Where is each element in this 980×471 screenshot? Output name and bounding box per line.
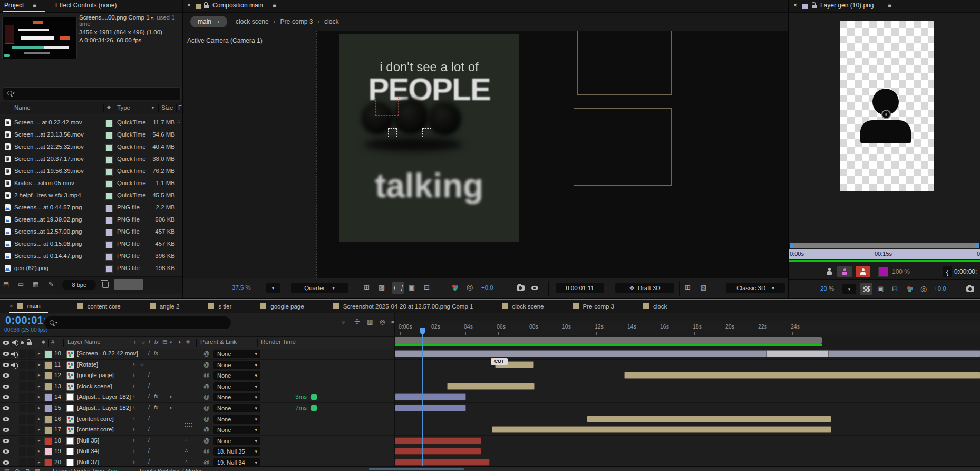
mask-mode-icon[interactable]: ▣: [409, 283, 415, 291]
transparency-grid-button[interactable]: [860, 283, 872, 295]
switch-hier[interactable]: ∴: [185, 437, 188, 443]
layer-viewer[interactable]: [840, 21, 934, 191]
switch-hier[interactable]: ∴: [185, 448, 188, 454]
region-of-interest-icon[interactable]: ⊞: [364, 283, 370, 291]
layer-label-chip[interactable]: [44, 448, 52, 456]
pixel-aspect-icon[interactable]: ▧: [700, 283, 706, 291]
file-row[interactable]: gen (62).pngPNG file198 KB: [0, 263, 182, 275]
marker-cut[interactable]: CUT: [491, 358, 508, 365]
bit-depth-button[interactable]: 8 bpc: [62, 280, 96, 290]
switch-quality[interactable]: /: [148, 416, 150, 421]
channel-rgb-icon[interactable]: [907, 286, 910, 290]
layer-label-chip[interactable]: [44, 405, 52, 412]
switch-hier[interactable]: ∴: [185, 459, 188, 465]
track-row[interactable]: CUT: [395, 360, 980, 371]
chevron-down-icon[interactable]: ▾: [150, 15, 153, 21]
parent-link-dropdown[interactable]: None▾: [213, 361, 260, 369]
track-row[interactable]: [395, 370, 980, 381]
layer-duration-bar[interactable]: [624, 372, 980, 379]
track-row[interactable]: [395, 349, 980, 360]
new-folder-icon[interactable]: ▭: [18, 281, 24, 288]
file-label-chip[interactable]: [105, 229, 113, 236]
file-name[interactable]: Screen ...at 22.25.32.mov: [14, 143, 84, 150]
file-name[interactable]: Screen ... at 0.22.42.mov: [14, 119, 82, 126]
composition-tab-title[interactable]: Composition main: [212, 2, 263, 9]
lock-column-icon[interactable]: [27, 342, 32, 345]
lock-icon[interactable]: [204, 5, 209, 8]
layer-row[interactable]: ▸11[Rotate]♁☼−−@None▾: [0, 360, 394, 371]
solo-column-icon[interactable]: [21, 341, 24, 344]
switch-shy[interactable]: ♁: [132, 416, 136, 421]
layer-visibility-eye-icon[interactable]: [3, 395, 9, 399]
scrollbar-right-handle[interactable]: [975, 243, 979, 248]
parent-link-dropdown[interactable]: None▾: [213, 393, 260, 401]
switch-shy[interactable]: ♁: [132, 372, 136, 378]
switch-shy[interactable]: ♁: [132, 448, 136, 454]
current-time-display[interactable]: 0:00:01:11: [556, 283, 604, 293]
parent-pickwhip-icon[interactable]: @: [203, 426, 209, 432]
expand-arrow-icon[interactable]: ▸: [38, 351, 41, 356]
layer-duration-bar[interactable]: [395, 393, 466, 400]
layer-duration-bar[interactable]: [395, 405, 466, 411]
render-time-column-icon[interactable]: ▦: [35, 468, 40, 471]
close-icon[interactable]: ×: [9, 303, 13, 309]
project-footer-scrollbar[interactable]: [114, 279, 143, 290]
zoom-value[interactable]: 37.5: [232, 284, 244, 291]
switch-shy[interactable]: ♁: [132, 405, 136, 410]
file-name[interactable]: Screen ...at 19.56.39.mov: [14, 168, 84, 174]
track-row[interactable]: [395, 381, 980, 392]
exposure-shutter-icon[interactable]: ◎: [920, 284, 927, 293]
solo-cell[interactable]: [19, 447, 26, 456]
file-label-chip[interactable]: [105, 265, 113, 273]
switch-fx[interactable]: fx: [154, 393, 158, 399]
switch-shy[interactable]: ♁: [132, 350, 136, 356]
parent-pickwhip-icon[interactable]: @: [203, 350, 209, 357]
solo-cell[interactable]: [19, 426, 26, 434]
switch-dash[interactable]: −: [148, 361, 151, 367]
file-label-chip[interactable]: [105, 193, 113, 200]
interpret-footage-icon[interactable]: ▤: [3, 281, 9, 288]
breadcrumb-item[interactable]: clock: [324, 18, 338, 25]
track-row[interactable]: [395, 446, 980, 457]
parent-link-dropdown[interactable]: None▾: [213, 437, 260, 445]
solo-cell[interactable]: [19, 350, 26, 358]
tab-effect-controls[interactable]: Effect Controls (none): [55, 2, 117, 9]
switch-fx[interactable]: fx: [154, 405, 158, 410]
layer-row[interactable]: ▸16[content core]♁/@None▾: [0, 414, 394, 425]
exposure-value[interactable]: +0.0: [481, 284, 493, 291]
layer-preview-scrollbar[interactable]: [790, 243, 979, 248]
column-layer-name[interactable]: Layer Name: [67, 339, 101, 345]
alpha-person-button[interactable]: [856, 266, 870, 277]
layer-row[interactable]: ▸13[clock scene]♁/@None▾: [0, 381, 394, 392]
column-name[interactable]: Name: [14, 104, 31, 111]
lock-cell[interactable]: [27, 458, 35, 467]
zoom-dropdown-button[interactable]: ▾: [266, 283, 280, 293]
file-row[interactable]: 2 helpf...ites w sfx 3.mp4QuickTime45.5 …: [0, 190, 182, 203]
file-row[interactable]: Screens... at 0.15.08.pngPNG file457 KB: [0, 238, 182, 251]
file-row[interactable]: Kratos ...sition 05.movQuickTime1.1 MB: [0, 178, 182, 190]
lock-cell[interactable]: [27, 361, 35, 369]
track-row[interactable]: [395, 425, 980, 436]
frame-blend-switch-icon[interactable]: ▤: [162, 339, 167, 345]
parent-link-dropdown[interactable]: 18. Null 35▾: [213, 447, 260, 456]
file-row[interactable]: Screens..at 12.57.00.pngPNG file457 KB: [0, 226, 182, 239]
expand-arrow-icon[interactable]: ▸: [38, 394, 41, 399]
expand-arrow-icon[interactable]: ▸: [38, 416, 41, 421]
parent-pickwhip-icon[interactable]: @: [203, 437, 209, 444]
switch-quality[interactable]: /: [148, 372, 150, 378]
track-row[interactable]: [395, 436, 980, 447]
view-layout-grid-icon[interactable]: ⊞: [685, 283, 691, 291]
expand-arrow-icon[interactable]: ▸: [38, 405, 41, 410]
expand-arrow-icon[interactable]: ▸: [38, 383, 41, 389]
guides-icon[interactable]: ⊟: [424, 283, 430, 291]
layer-panel-menu-icon[interactable]: ≡: [888, 2, 891, 9]
lock-cell[interactable]: [27, 382, 35, 391]
parent-link-dropdown[interactable]: None▾: [213, 426, 260, 434]
parent-pickwhip-icon[interactable]: @: [203, 416, 209, 422]
view-masks-person-icon[interactable]: [827, 268, 832, 275]
layer-label-chip[interactable]: [44, 459, 52, 467]
track-row[interactable]: [395, 414, 980, 425]
expand-arrow-icon[interactable]: ▸: [38, 372, 41, 378]
layer-name[interactable]: [Rotate]: [77, 361, 98, 368]
parent-pickwhip-icon[interactable]: @: [203, 459, 209, 465]
